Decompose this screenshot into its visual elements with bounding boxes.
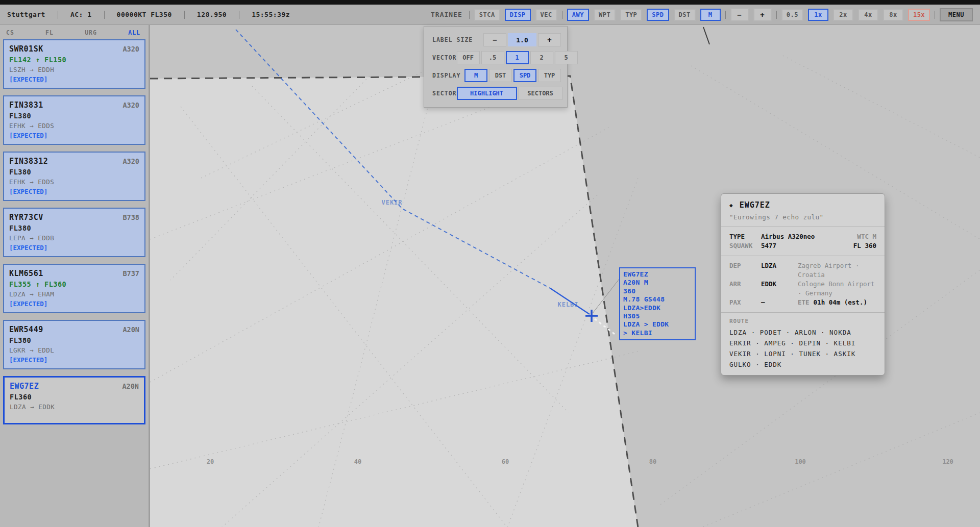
- aircraft-cross-icon: [583, 308, 600, 324]
- strip-status-badge: [EXPECTED]: [9, 188, 139, 195]
- vector-0-5-option[interactable]: .5: [481, 51, 504, 64]
- track-fragment: [703, 27, 709, 44]
- route-line-1: LDZA · PODET · ARLON · NOKDA: [729, 327, 876, 338]
- sim-speed-4x[interactable]: 4x: [858, 9, 878, 21]
- label-size-row: LABEL SIZE − 1.0 +: [432, 33, 561, 46]
- route-line-4: GULKO · EDDK: [729, 359, 876, 370]
- vector-1-option[interactable]: 1: [506, 51, 529, 64]
- strip-flight-level: FL380: [9, 168, 139, 176]
- scale-label-80: 80: [644, 458, 662, 465]
- tab-all[interactable]: ALL: [128, 29, 140, 36]
- tab-fl[interactable]: FL: [45, 29, 54, 36]
- sim-speed-8x[interactable]: 8x: [883, 9, 903, 21]
- vec-toggle[interactable]: VEC: [535, 9, 557, 21]
- datablock-clearance: LDZA > EDDK: [623, 320, 692, 329]
- dep-code: LDZA: [761, 261, 798, 270]
- sim-speed-1x[interactable]: 1x: [808, 9, 828, 21]
- strip-aircraft-type: B737: [122, 269, 139, 278]
- type-value: Airbus A320neo: [761, 232, 815, 241]
- sim-speed-2x[interactable]: 2x: [833, 9, 853, 21]
- vector-2-option[interactable]: 2: [530, 51, 553, 64]
- strip-callsign: EWG7EZ: [10, 382, 39, 391]
- info-radio-callsign: "Eurowings 7 echo zulu": [721, 211, 885, 227]
- display-typ-option[interactable]: TYP: [538, 69, 561, 82]
- flight-strip-fin3831[interactable]: FIN3831 A320 FL380 EFHK → EDDS [EXPECTED…: [3, 95, 145, 145]
- flight-strip-ryr73cv[interactable]: RYR73CV B738 FL380 LEPA → EDDB [EXPECTED…: [3, 208, 145, 257]
- flight-info-panel: ◆ EWG7EZ "Eurowings 7 echo zulu" TYPE Ai…: [721, 193, 885, 375]
- diamond-icon: ◆: [729, 202, 733, 209]
- datablock-callsign: EWG7EZ: [623, 270, 692, 279]
- sector-sectors-option[interactable]: SECTORS: [519, 87, 562, 100]
- flight-strip-ewr5449[interactable]: EWR5449 A20N FL380 LGKR → EDDL [EXPECTED…: [3, 320, 145, 369]
- menu-button[interactable]: MENU: [940, 8, 973, 21]
- flight-strip-swr01sk[interactable]: SWR01SK A320 FL142 ↑ FL150 LSZH → EDDH […: [3, 39, 145, 89]
- radar-scope[interactable]: VEKIR KELBI EWG7EZ A20N M 360 M.78 GS448…: [150, 25, 980, 527]
- info-aircraft-section: TYPE Airbus A320neo WTC M SQUAWK 5477 FL…: [721, 227, 885, 256]
- divider: [776, 11, 777, 19]
- display-row: DISPLAY M DST SPD TYP: [432, 69, 561, 82]
- awy-toggle[interactable]: AWY: [567, 9, 589, 21]
- label-size-label: LABEL SIZE: [432, 36, 473, 43]
- strip-callsign: FIN38312: [9, 157, 48, 166]
- window-top-strip: [0, 0, 980, 5]
- strip-callsign: SWR01SK: [9, 44, 43, 54]
- vector-5-option[interactable]: 5: [555, 51, 578, 64]
- display-dst-option[interactable]: DST: [489, 69, 512, 82]
- tab-urg[interactable]: URG: [85, 29, 97, 36]
- top-status-bar: Stuttgart AC: 1 00000KT FL350 128.950 15…: [0, 5, 980, 25]
- strip-aircraft-type: A20N: [122, 325, 139, 334]
- strip-flight-level: FL380: [9, 224, 139, 232]
- zoom-out-button[interactable]: −: [730, 8, 749, 21]
- strip-aircraft-type: A20N: [122, 382, 139, 390]
- disp-toggle[interactable]: DISP: [505, 9, 531, 21]
- strip-flight-level: FL380: [9, 336, 139, 344]
- display-settings-panel: LABEL SIZE − 1.0 + VECTOR OFF .5 1 2 5 D…: [424, 26, 568, 108]
- arr-desc: Cologne Bonn Airport · Germany: [798, 280, 876, 298]
- scale-label-40: 40: [349, 458, 366, 465]
- tab-cs[interactable]: CS: [6, 29, 14, 36]
- scale-label-100: 100: [792, 458, 809, 465]
- strip-aircraft-type: A320: [122, 157, 139, 165]
- strip-aircraft-type: A320: [122, 101, 139, 109]
- typ-toggle[interactable]: TYP: [620, 9, 642, 21]
- route-line-2: ERKIR · AMPEG · DEPIN · KELBI: [729, 338, 876, 348]
- sim-speed-15x[interactable]: 15x: [908, 9, 930, 21]
- arr-code: EDDK: [761, 280, 798, 289]
- spd-toggle[interactable]: SPD: [647, 9, 669, 21]
- strip-flight-level: FL380: [9, 112, 139, 120]
- strip-status-badge: [EXPECTED]: [9, 244, 139, 252]
- strip-flight-level: FL355 ↑ FL360: [9, 280, 139, 288]
- dep-label: DEP: [729, 261, 761, 270]
- sector-highlight-option[interactable]: HIGHLIGHT: [457, 87, 517, 100]
- mach-toggle[interactable]: M: [700, 9, 721, 21]
- vector-label: VECTOR: [432, 54, 457, 61]
- divider: [104, 11, 105, 19]
- sim-speed-0-5x[interactable]: 0.5: [781, 9, 803, 21]
- divider: [935, 11, 935, 19]
- label-size-decrease-button[interactable]: −: [483, 33, 506, 46]
- datablock-heading: H305: [623, 312, 692, 320]
- ete-label: ETE: [798, 298, 810, 307]
- wpt-toggle[interactable]: WPT: [594, 9, 616, 21]
- strip-list: SWR01SK A320 FL142 ↑ FL150 LSZH → EDDH […: [0, 39, 149, 424]
- scale-label-20: 20: [202, 458, 219, 465]
- strip-flight-level: FL142 ↑ FL150: [9, 56, 139, 64]
- flight-strip-fin38312[interactable]: FIN38312 A320 FL380 EFHK → EDDS [EXPECTE…: [3, 152, 145, 201]
- divider: [562, 11, 562, 19]
- display-spd-option[interactable]: SPD: [513, 69, 536, 82]
- waypoint-label-kelbi: KELBI: [552, 301, 584, 308]
- aircraft-symbol-ewg7ez[interactable]: [583, 308, 600, 324]
- aircraft-datablock-ewg7ez[interactable]: EWG7EZ A20N M 360 M.78 GS448 LDZA>EDDK H…: [619, 267, 696, 340]
- dst-toggle[interactable]: DST: [674, 9, 696, 21]
- zoom-in-button[interactable]: +: [753, 8, 772, 21]
- strip-route: LDZA → EHAM: [9, 290, 139, 298]
- stca-toggle[interactable]: STCA: [474, 9, 500, 21]
- display-m-option[interactable]: M: [464, 69, 487, 82]
- ete-value: 01h 04m (est.): [814, 298, 867, 307]
- waypoint-label-vekir: VEKIR: [376, 199, 408, 206]
- flight-strip-klm6561[interactable]: KLM6561 B737 FL355 ↑ FL360 LDZA → EHAM […: [3, 264, 145, 313]
- label-size-value: 1.0: [508, 33, 536, 46]
- vector-off-option[interactable]: OFF: [457, 51, 480, 64]
- label-size-increase-button[interactable]: +: [538, 33, 561, 46]
- flight-strip-ewg7ez-selected[interactable]: EWG7EZ A20N FL360 LDZA → EDDK: [3, 376, 145, 424]
